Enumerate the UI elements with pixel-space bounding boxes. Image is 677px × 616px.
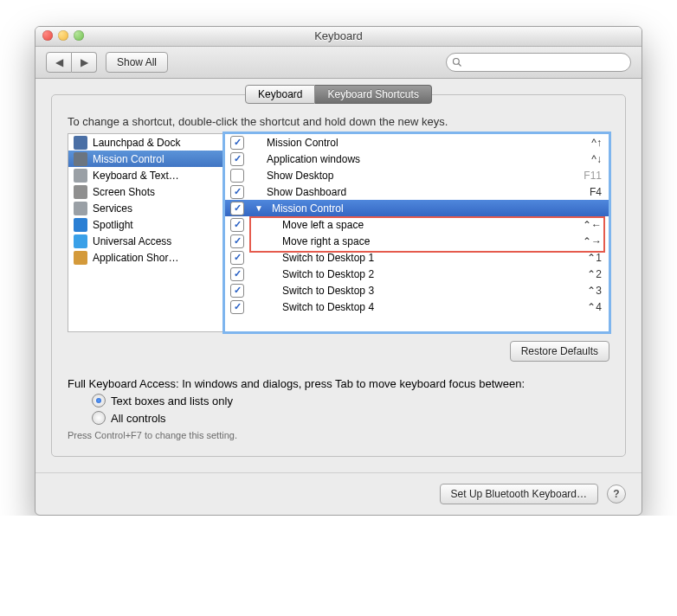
lists: Launchpad & DockMission ControlKeyboard … [68, 133, 609, 332]
zoom-icon[interactable] [74, 30, 84, 41]
back-button[interactable]: ◀ [46, 52, 72, 73]
category-list[interactable]: Launchpad & DockMission ControlKeyboard … [68, 133, 224, 332]
category-item[interactable]: Mission Control [68, 151, 224, 167]
tab-keyboard[interactable]: Keyboard [245, 85, 315, 104]
mission-icon [74, 152, 87, 166]
instruction-text: To change a shortcut, double-click the s… [68, 115, 609, 128]
shortcut-row[interactable]: Application windows^↓ [225, 151, 609, 167]
radio-icon [92, 394, 106, 407]
tab-keyboard-shortcuts[interactable]: Keyboard Shortcuts [315, 85, 431, 104]
shortcut-key[interactable]: ⌃→ [583, 235, 602, 247]
checkbox[interactable] [230, 202, 244, 215]
category-item[interactable]: Application Shor… [68, 249, 224, 266]
shortcut-label: Show Desktop [251, 170, 577, 182]
category-label: Screen Shots [93, 186, 155, 198]
shortcut-row[interactable]: Move right a space⌃→ [225, 233, 609, 249]
fka-option-textboxes[interactable]: Text boxes and lists only [92, 394, 609, 407]
screenshot-icon [74, 185, 87, 199]
checkbox[interactable] [230, 152, 244, 166]
svg-point-0 [454, 59, 460, 65]
shortcut-key[interactable]: ⌃← [583, 219, 602, 231]
shortcut-label: Switch to Desktop 4 [251, 301, 580, 313]
shortcut-label: Show Dashboard [251, 186, 583, 198]
category-label: Keyboard & Text… [93, 170, 179, 182]
category-label: Spotlight [93, 219, 133, 231]
category-item[interactable]: Spotlight [68, 216, 224, 233]
category-label: Application Shor… [93, 252, 178, 264]
checkbox[interactable] [230, 251, 244, 265]
footer: Set Up Bluetooth Keyboard… ? [35, 472, 642, 515]
close-icon[interactable] [42, 30, 53, 41]
preferences-window: Keyboard ◀ ▶ Show All Keyboard Keyboard … [35, 26, 642, 516]
checkbox[interactable] [230, 169, 244, 183]
search-field[interactable] [446, 53, 631, 72]
panel: Keyboard Keyboard Shortcuts To change a … [51, 94, 626, 457]
shortcut-key[interactable]: F4 [590, 186, 602, 198]
search-input[interactable] [466, 55, 625, 69]
shortcut-key[interactable]: ^↑ [591, 137, 602, 149]
shortcut-label: Mission Control [251, 137, 584, 149]
shortcut-key[interactable]: ⌃1 [587, 252, 602, 264]
body: Keyboard Keyboard Shortcuts To change a … [35, 79, 642, 472]
shortcut-row[interactable]: Switch to Desktop 4⌃4 [225, 298, 609, 315]
shortcut-key[interactable]: ⌃3 [587, 285, 602, 297]
shortcut-row[interactable]: Show DesktopF11 [225, 167, 609, 183]
checkbox[interactable] [230, 136, 244, 150]
radio-icon [92, 411, 106, 425]
category-label: Services [93, 202, 132, 215]
category-item[interactable]: Services [68, 200, 224, 216]
shortcut-label: Switch to Desktop 3 [251, 285, 580, 297]
category-label: Launchpad & Dock [93, 137, 180, 149]
setup-bluetooth-keyboard-button[interactable]: Set Up Bluetooth Keyboard… [440, 484, 598, 504]
checkbox[interactable] [230, 300, 244, 314]
titlebar: Keyboard [35, 27, 642, 47]
shortcut-row[interactable]: Show DashboardF4 [225, 183, 609, 200]
category-item[interactable]: Screen Shots [68, 183, 224, 200]
shortcut-row[interactable]: Move left a space⌃← [225, 216, 609, 233]
shortcut-row[interactable]: Switch to Desktop 1⌃1 [225, 249, 609, 266]
search-icon [452, 57, 462, 67]
services-icon [74, 202, 87, 215]
window-title: Keyboard [314, 29, 363, 42]
shortcut-row[interactable]: Switch to Desktop 3⌃3 [225, 282, 609, 298]
shortcut-label: Move right a space [251, 235, 576, 247]
category-label: Universal Access [93, 235, 171, 247]
restore-defaults-button[interactable]: Restore Defaults [510, 341, 609, 362]
shortcut-label: Mission Control [272, 202, 602, 215]
toolbar: ◀ ▶ Show All [35, 47, 642, 79]
shortcut-row[interactable]: Switch to Desktop 2⌃2 [225, 266, 609, 282]
forward-button[interactable]: ▶ [72, 52, 97, 73]
category-item[interactable]: Launchpad & Dock [68, 134, 224, 151]
shortcut-label: Switch to Desktop 1 [251, 252, 580, 264]
shortcut-key[interactable]: ⌃2 [587, 268, 602, 280]
tab-strip: Keyboard Keyboard Shortcuts [68, 85, 609, 104]
shortcut-list[interactable]: Mission Control^↑Application windows^↓Sh… [224, 133, 609, 332]
svg-line-1 [459, 64, 461, 67]
nav-group: ◀ ▶ [46, 52, 97, 73]
fka-option-all[interactable]: All controls [92, 411, 609, 425]
disclosure-triangle-icon[interactable]: ▼ [255, 203, 263, 213]
minimize-icon[interactable] [58, 30, 68, 41]
show-all-button[interactable]: Show All [106, 52, 168, 73]
universal-icon [74, 234, 87, 248]
full-keyboard-access: Full Keyboard Access: In windows and dia… [68, 377, 609, 440]
checkbox[interactable] [230, 218, 244, 232]
shortcut-label: Switch to Desktop 2 [251, 268, 580, 280]
appshort-icon [74, 251, 87, 265]
checkbox[interactable] [230, 284, 244, 298]
category-item[interactable]: Keyboard & Text… [68, 167, 224, 183]
checkbox[interactable] [230, 267, 244, 281]
shortcut-key[interactable]: F11 [584, 170, 602, 182]
shortcut-row[interactable]: Mission Control^↑ [225, 134, 609, 151]
checkbox[interactable] [230, 234, 244, 248]
spotlight-icon [74, 218, 87, 232]
checkbox[interactable] [230, 185, 244, 199]
shortcut-key[interactable]: ⌃4 [587, 301, 602, 313]
shortcut-group-header[interactable]: ▼Mission Control [225, 200, 609, 216]
category-item[interactable]: Universal Access [68, 233, 224, 249]
fka-text: Full Keyboard Access: In windows and dia… [68, 377, 609, 390]
shortcut-label: Move left a space [251, 219, 576, 231]
launchpad-icon [74, 136, 87, 150]
help-button[interactable]: ? [607, 484, 626, 504]
shortcut-key[interactable]: ^↓ [591, 153, 602, 165]
